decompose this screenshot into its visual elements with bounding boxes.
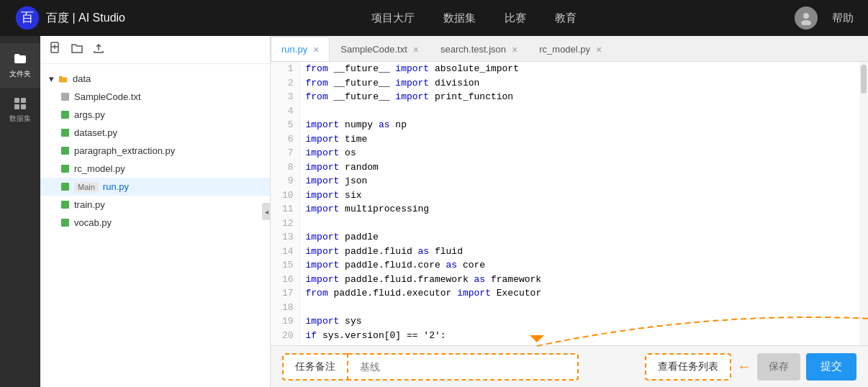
line-code: from __future__ import print_function bbox=[299, 90, 868, 104]
file-rcmodel[interactable]: rc_model.py bbox=[40, 160, 270, 178]
svg-point-2 bbox=[803, 13, 809, 19]
nav-item-education[interactable]: 教育 bbox=[555, 12, 577, 25]
table-row: 5import numpy as np bbox=[271, 118, 868, 132]
tab-rcmodel[interactable]: rc_model.py × bbox=[528, 37, 612, 61]
collapse-panel-button[interactable]: ◂ bbox=[262, 203, 271, 220]
folder-data[interactable]: ▾ data bbox=[40, 70, 270, 88]
save-button[interactable]: 保存 bbox=[757, 353, 800, 381]
logo-text: 百度 | AI Studio bbox=[46, 11, 125, 26]
nav-item-competition[interactable]: 比赛 bbox=[505, 12, 526, 25]
grid-icon bbox=[13, 96, 27, 111]
file-vocab[interactable]: vocab.py bbox=[40, 214, 270, 232]
tab-close-runpy[interactable]: × bbox=[313, 45, 319, 55]
file-runpy[interactable]: Main run.py bbox=[40, 178, 270, 196]
file-icon-runpy bbox=[60, 182, 70, 191]
sidebar-item-files[interactable]: 文件夹 bbox=[0, 43, 40, 88]
file-train[interactable]: train.py bbox=[40, 196, 270, 214]
file-panel-toolbar bbox=[40, 36, 270, 64]
code-editor[interactable]: 1from __future__ import absolute_import2… bbox=[271, 62, 868, 345]
tab-label-runpy: run.py bbox=[281, 44, 307, 55]
line-code: import paddle bbox=[299, 230, 868, 245]
line-number: 14 bbox=[271, 245, 299, 259]
line-number: 19 bbox=[271, 314, 299, 329]
tab-label-samplecode: SampleCode.txt bbox=[340, 44, 407, 55]
table-row: 11import multiprocessing bbox=[271, 202, 868, 217]
table-row: 8import random bbox=[271, 160, 868, 175]
line-code: import paddle.fluid.framework as framewo… bbox=[299, 273, 868, 287]
table-row: 1from __future__ import absolute_import bbox=[271, 62, 868, 76]
tab-samplecode[interactable]: SampleCode.txt × bbox=[330, 37, 430, 61]
tab-runpy[interactable]: run.py × bbox=[271, 37, 330, 61]
tab-close-rcmodel[interactable]: × bbox=[596, 45, 602, 55]
line-number: 7 bbox=[271, 146, 299, 160]
task-note-button[interactable]: 任务备注 bbox=[282, 353, 348, 381]
top-nav: 百 百度 | AI Studio 项目大厅 数据集 比赛 教育 帮助 bbox=[0, 0, 868, 36]
line-code: import paddle.fluid as fluid bbox=[299, 245, 868, 259]
folder-icon bbox=[13, 52, 27, 66]
main-badge: Main bbox=[74, 182, 99, 192]
file-name-args: args.py bbox=[74, 109, 105, 120]
line-number: 9 bbox=[271, 174, 299, 188]
sidebar-icons: 文件夹 数据集 bbox=[0, 36, 40, 387]
help-link[interactable]: 帮助 bbox=[832, 12, 854, 25]
svg-rect-13 bbox=[61, 129, 69, 137]
line-number: 11 bbox=[271, 202, 299, 217]
file-samplecode[interactable]: SampleCode.txt bbox=[40, 88, 270, 106]
table-row: 19import sys bbox=[271, 314, 868, 329]
action-bar-right: 查看任务列表 ← 保存 提交 bbox=[645, 353, 856, 381]
code-table: 1from __future__ import absolute_import2… bbox=[271, 62, 868, 345]
scrollbar-thumb[interactable] bbox=[861, 65, 867, 94]
file-name-runpy: run.py bbox=[103, 181, 129, 192]
line-number: 13 bbox=[271, 230, 299, 245]
baseline-input[interactable] bbox=[348, 353, 579, 381]
file-icon-samplecode bbox=[60, 92, 70, 101]
file-icon-dataset bbox=[60, 128, 70, 137]
tab-close-samplecode[interactable]: × bbox=[413, 45, 419, 55]
table-row: 2from __future__ import division bbox=[271, 76, 868, 91]
line-code bbox=[299, 104, 868, 119]
nav-item-projects[interactable]: 项目大厅 bbox=[371, 12, 415, 25]
tab-close-searchtestjson[interactable]: × bbox=[512, 45, 517, 55]
upload-icon[interactable] bbox=[92, 42, 105, 58]
file-args[interactable]: args.py bbox=[40, 106, 270, 124]
line-code: import os bbox=[299, 146, 868, 160]
file-dataset[interactable]: dataset.py bbox=[40, 124, 270, 142]
action-bar: 任务备注 查看任务列表 ← 保存 提交 bbox=[271, 345, 868, 387]
arrow-right-icon: ← bbox=[737, 358, 751, 375]
table-row: 17from paddle.fluid.executor import Exec… bbox=[271, 286, 868, 301]
line-code: import random bbox=[299, 160, 868, 175]
submit-button[interactable]: 提交 bbox=[806, 353, 856, 381]
file-icon-train bbox=[60, 200, 70, 209]
new-folder-icon[interactable] bbox=[71, 42, 83, 58]
file-name-vocab: vocab.py bbox=[74, 217, 112, 228]
file-icon-rcmodel bbox=[60, 164, 70, 173]
avatar[interactable] bbox=[795, 6, 818, 29]
line-number: 15 bbox=[271, 258, 299, 273]
table-row: 13import paddle bbox=[271, 230, 868, 245]
tab-searchtestjson[interactable]: search.test.json × bbox=[430, 37, 528, 61]
table-row: 3from __future__ import print_function bbox=[271, 90, 868, 104]
svg-rect-14 bbox=[61, 147, 69, 155]
svg-rect-17 bbox=[61, 201, 69, 209]
scrollbar-track[interactable] bbox=[859, 62, 868, 345]
table-row: 16import paddle.fluid.framework as frame… bbox=[271, 273, 868, 287]
svg-rect-11 bbox=[61, 93, 69, 101]
svg-rect-18 bbox=[61, 219, 69, 227]
table-row: 10import six bbox=[271, 188, 868, 203]
file-icon-vocab bbox=[60, 218, 70, 227]
nav-item-datasets[interactable]: 数据集 bbox=[443, 12, 476, 25]
svg-text:百: 百 bbox=[21, 10, 34, 24]
editor-tabs: run.py × SampleCode.txt × search.test.js… bbox=[271, 36, 868, 62]
line-code: from __future__ import division bbox=[299, 76, 868, 91]
new-file-icon[interactable] bbox=[49, 42, 62, 58]
line-number: 5 bbox=[271, 118, 299, 132]
file-tree: ▾ data SampleCode.txt args.py dataset.py bbox=[40, 64, 270, 387]
folder-chevron-icon: ▾ bbox=[49, 73, 54, 84]
file-paragraph[interactable]: paragraph_extraction.py bbox=[40, 142, 270, 160]
baidu-logo-icon: 百 bbox=[14, 5, 40, 31]
action-bar-left: 任务备注 bbox=[282, 353, 636, 381]
sidebar-item-datasets[interactable]: 数据集 bbox=[0, 88, 40, 132]
view-tasks-button[interactable]: 查看任务列表 bbox=[645, 353, 731, 381]
line-number: 8 bbox=[271, 160, 299, 175]
line-code: import json bbox=[299, 174, 868, 188]
